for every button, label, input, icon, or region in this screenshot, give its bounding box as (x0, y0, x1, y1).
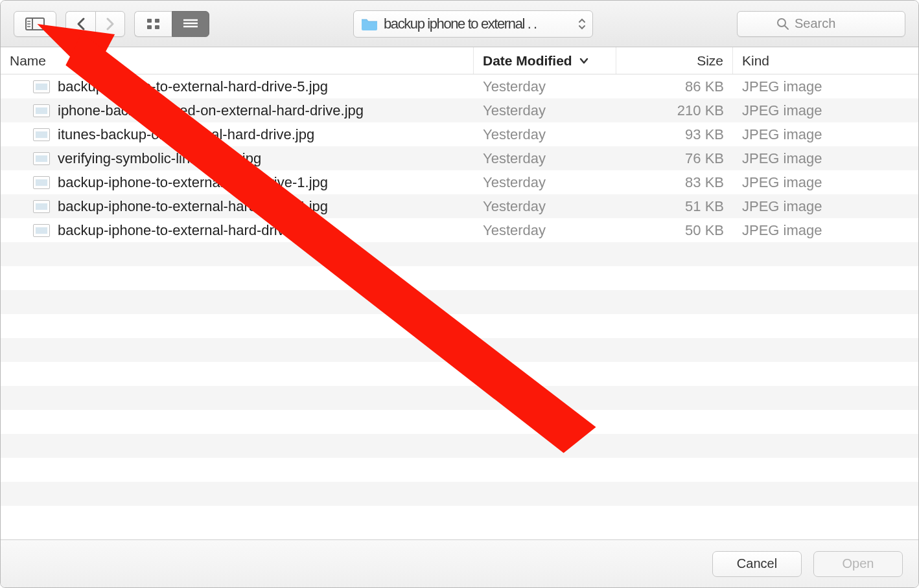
file-thumbnail-icon (33, 200, 50, 213)
svg-point-12 (778, 19, 785, 27)
column-size-label: Size (697, 53, 723, 69)
file-size: 210 KB (616, 102, 733, 119)
empty-row (1, 410, 918, 434)
file-date: Yesterday (474, 174, 616, 191)
search-input[interactable] (795, 16, 866, 31)
chevron-right-icon (105, 17, 115, 31)
file-name: backup-iphone-to-external-hard-drive-4.j… (58, 198, 328, 215)
file-date: Yesterday (474, 126, 616, 143)
file-row[interactable]: backup-iphone-to-external-hard-drive-5.j… (1, 74, 918, 98)
cancel-label: Cancel (737, 556, 777, 571)
list-icon (182, 18, 199, 30)
column-header-row: Name Date Modified Size Kind (1, 47, 918, 74)
file-date: Yesterday (474, 150, 616, 167)
svg-rect-5 (147, 19, 152, 23)
file-thumbnail-icon (33, 128, 50, 141)
updown-icon (574, 18, 586, 30)
empty-row (1, 290, 918, 314)
file-thumbnail-icon (33, 176, 50, 189)
search-field[interactable] (737, 11, 905, 37)
open-dialog-window: backup iphone to external . . Name Date … (0, 0, 919, 588)
toolbar: backup iphone to external . . (1, 1, 918, 47)
file-size: 76 KB (616, 150, 733, 167)
file-name: backup-iphone-to-external-hard-drive-6.j… (58, 222, 328, 239)
column-header-kind[interactable]: Kind (733, 47, 918, 74)
file-size: 51 KB (616, 198, 733, 215)
path-popup-button[interactable]: backup iphone to external . . (353, 10, 593, 38)
list-view-button[interactable] (172, 11, 209, 37)
column-name-label: Name (10, 53, 46, 69)
file-thumbnail-icon (33, 80, 50, 93)
file-kind: JPEG image (733, 78, 918, 95)
open-label: Open (843, 556, 874, 571)
file-size: 83 KB (616, 174, 733, 191)
column-date-label: Date Modified (483, 53, 572, 69)
empty-row (1, 434, 918, 458)
empty-row (1, 386, 918, 410)
file-row[interactable]: verifying-symbolic-link-exists.jpg Yeste… (1, 146, 918, 170)
file-kind: JPEG image (733, 174, 918, 191)
folder-icon (360, 17, 378, 31)
file-row[interactable]: backup-iphone-to-external-hard-drive-6.j… (1, 218, 918, 242)
file-date: Yesterday (474, 198, 616, 215)
file-thumbnail-icon (33, 224, 50, 237)
file-name: iphone-backup-stored-on-external-hard-dr… (58, 102, 364, 119)
file-row[interactable]: iphone-backup-stored-on-external-hard-dr… (1, 98, 918, 122)
cancel-button[interactable]: Cancel (712, 551, 802, 577)
search-icon (776, 17, 789, 30)
svg-rect-7 (147, 25, 152, 29)
file-date: Yesterday (474, 222, 616, 239)
file-thumbnail-icon (33, 152, 50, 165)
dialog-footer: Cancel Open (1, 539, 918, 587)
back-button[interactable] (65, 11, 95, 37)
svg-line-13 (785, 26, 788, 29)
file-kind: JPEG image (733, 126, 918, 143)
column-header-size[interactable]: Size (616, 47, 733, 74)
empty-row (1, 338, 918, 362)
empty-row (1, 242, 918, 266)
file-date: Yesterday (474, 78, 616, 95)
open-button[interactable]: Open (813, 551, 903, 577)
path-label: backup iphone to external . . (384, 16, 537, 32)
empty-row (1, 506, 918, 530)
chevron-down-icon (579, 57, 589, 65)
file-row[interactable]: itunes-backup-on-external-hard-drive.jpg… (1, 122, 918, 146)
svg-rect-6 (155, 19, 159, 23)
file-name: verifying-symbolic-link-exists.jpg (58, 150, 261, 167)
forward-button[interactable] (95, 11, 125, 37)
file-row[interactable]: backup-iphone-to-external-hard-drive-1.j… (1, 170, 918, 194)
view-mode-group (134, 11, 209, 37)
file-size: 50 KB (616, 222, 733, 239)
file-row[interactable]: backup-iphone-to-external-hard-drive-4.j… (1, 194, 918, 218)
column-header-date[interactable]: Date Modified (474, 47, 616, 74)
empty-row (1, 458, 918, 482)
file-name: backup-iphone-to-external-hard-drive-1.j… (58, 174, 328, 191)
grid-icon (146, 18, 161, 30)
file-name: itunes-backup-on-external-hard-drive.jpg (58, 126, 314, 143)
file-kind: JPEG image (733, 222, 918, 239)
empty-row (1, 482, 918, 506)
empty-row (1, 314, 918, 338)
svg-rect-8 (155, 25, 159, 29)
column-kind-label: Kind (742, 53, 769, 69)
column-header-name[interactable]: Name (1, 47, 474, 74)
icon-view-button[interactable] (134, 11, 172, 37)
chevron-left-icon (76, 17, 86, 31)
file-size: 86 KB (616, 78, 733, 95)
file-thumbnail-icon (33, 104, 50, 117)
sidebar-icon (25, 17, 45, 30)
empty-row (1, 362, 918, 386)
nav-group (65, 11, 125, 37)
file-name: backup-iphone-to-external-hard-drive-5.j… (58, 78, 328, 95)
sidebar-toggle-button[interactable] (14, 11, 56, 37)
file-kind: JPEG image (733, 150, 918, 167)
file-size: 93 KB (616, 126, 733, 143)
file-date: Yesterday (474, 102, 616, 119)
file-kind: JPEG image (733, 198, 918, 215)
file-list: backup-iphone-to-external-hard-drive-5.j… (1, 74, 918, 539)
empty-row (1, 266, 918, 290)
file-kind: JPEG image (733, 102, 918, 119)
